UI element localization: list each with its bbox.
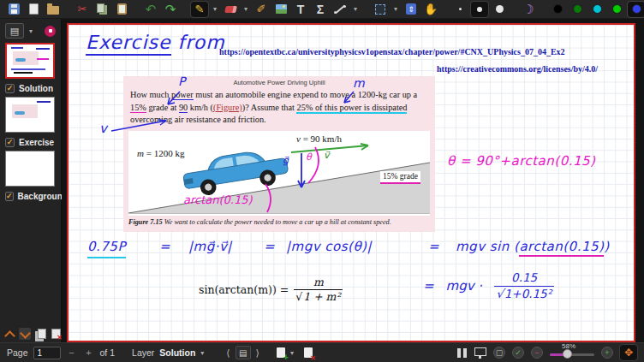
heading-word-exercise: Exercise [86, 32, 171, 56]
color-swatch [632, 4, 641, 14]
color-green-button[interactable] [608, 2, 625, 17]
color-cyan-button[interactable] [588, 2, 605, 17]
add-page-dropdown[interactable]: ▾ [290, 349, 299, 357]
paired-pages-button[interactable] [457, 348, 468, 358]
thumb-stroke [14, 72, 33, 74]
vertical-space-tool-button[interactable]: ⇕ [402, 2, 420, 17]
pen-size-fine-button[interactable] [451, 2, 468, 17]
document-page[interactable]: Exercise from https://opentextbc.ca/univ… [67, 23, 635, 342]
solution-lhs: 0.75P [87, 239, 126, 254]
chevron-down-icon: ▾ [394, 5, 397, 13]
layers-icon: ▤ [239, 348, 247, 358]
layer-delete-icon[interactable] [51, 329, 61, 339]
license-url-link[interactable]: https://creativecommons.org/licenses/by/… [437, 64, 598, 74]
shape-recognizer-button[interactable]: ☽ [520, 2, 537, 17]
color-blue-button[interactable] [628, 2, 644, 17]
pen-tool-button[interactable]: ✎ [191, 2, 208, 17]
color-swatch [612, 4, 622, 14]
grade-label: 15% grade [380, 171, 420, 184]
shape-line-tool-button[interactable] [331, 2, 349, 17]
shape-options-dropdown[interactable]: ▾ [351, 2, 360, 17]
moon-icon: ☽ [522, 3, 534, 15]
layer-duplicate-icon[interactable] [38, 329, 46, 339]
eraser-options-dropdown[interactable]: ▾ [242, 2, 250, 17]
page-increment-button[interactable]: + [83, 347, 95, 358]
problem-title: Automotive Power Driving Uphill [123, 79, 435, 86]
save-button[interactable] [5, 2, 22, 17]
layer-thumbnail-background[interactable] [5, 151, 55, 187]
layer-thumbnail-exercise[interactable] [5, 97, 55, 133]
add-page-button[interactable] [277, 347, 285, 358]
layer-checkbox-background[interactable]: ✓ [5, 192, 14, 201]
cut-button[interactable]: ✂ [74, 2, 91, 17]
zoom-slider-thumb[interactable] [563, 349, 572, 359]
select-rectangle-button[interactable] [372, 2, 389, 17]
equals-sign: = [423, 278, 434, 294]
layer-move-down-button[interactable] [19, 328, 31, 340]
color-darkgreen-button[interactable] [569, 2, 586, 17]
solution-line2: = mgv · 0.15 √1+0.15² [423, 271, 554, 300]
canvas-area: Exercise from https://opentextbc.ca/univ… [62, 19, 644, 342]
solution-line2-prefix: mgv · [446, 278, 483, 294]
fullscreen-icon: ✥ [624, 347, 633, 359]
zoom-slider[interactable]: 58% [550, 345, 594, 360]
zoom-original-button[interactable]: ✓ [512, 347, 524, 359]
undo-button[interactable]: ↶ [142, 2, 159, 17]
pen-options-dropdown[interactable]: ▾ [211, 2, 219, 17]
layer-thumbnail-solution[interactable] [5, 43, 55, 79]
layers-panel-button[interactable]: ▤ [236, 346, 251, 359]
copy-button[interactable] [93, 2, 110, 17]
layer-select[interactable]: Solution [159, 347, 195, 358]
figure-link[interactable]: (Figure) [213, 103, 242, 112]
layer-select-dropdown[interactable]: ▾ [200, 349, 209, 357]
layer-move-up-button[interactable] [3, 328, 15, 340]
math-tex-button[interactable]: Σ [312, 2, 329, 17]
handwritten-heading: Exercise from [86, 32, 225, 53]
fullscreen-button[interactable]: ✥ [620, 345, 637, 360]
page-decrement-button[interactable]: − [66, 347, 78, 358]
zoom-out-button[interactable]: − [531, 347, 543, 359]
main-toolbar: ✂ ↶ ↷ ✎ ▾ ▾ ✐ T Σ ▾ ▾ ⇕ ✋ ☽ [0, 0, 644, 19]
presentation-mode-button[interactable] [474, 347, 486, 356]
color-black-button[interactable] [549, 2, 566, 17]
new-document-button[interactable] [25, 2, 42, 17]
eraser-tool-button[interactable] [222, 2, 239, 17]
latex-formula: sin(arctan(m)) = m √1 + m² [199, 276, 343, 304]
arctan-paren-stroke [262, 182, 274, 215]
highlighter-tool-button[interactable]: ✐ [253, 2, 270, 17]
pen-size-medium-button[interactable] [471, 2, 488, 17]
insert-image-button[interactable] [272, 2, 289, 17]
source-url-link[interactable]: https://opentextbc.ca/universityphysicsv… [219, 47, 565, 56]
annotation-m: m [353, 76, 365, 90]
sidebar-close-button[interactable] [45, 26, 56, 37]
text-tool-button[interactable]: T [292, 2, 309, 17]
layer-checkbox-solution[interactable]: ✓ [5, 84, 15, 93]
open-button[interactable] [45, 2, 62, 17]
sigma-icon: Σ [317, 3, 324, 15]
theta-label: θ [306, 151, 312, 163]
layer-label: Solution [19, 84, 53, 93]
layer-checkbox-exercise[interactable]: ✓ [5, 138, 15, 147]
pen-icon: ✎ [195, 3, 205, 15]
hand-tool-button[interactable]: ✋ [422, 2, 439, 17]
preview-dropdown[interactable]: ▾ [29, 27, 33, 35]
paste-button[interactable] [113, 2, 130, 17]
delete-page-button[interactable] [304, 347, 313, 358]
select-options-dropdown[interactable]: ▾ [391, 2, 400, 17]
chevron-down-icon: ▾ [244, 5, 247, 13]
line-tool-icon [334, 3, 346, 15]
layer-row-solution: ✓ Solution [5, 81, 56, 95]
previous-layer-button[interactable]: ⟨ [226, 347, 230, 359]
page-number-input[interactable]: 1 [33, 347, 61, 359]
zoom-fit-button[interactable]: ▢ [493, 347, 505, 359]
pen-size-thick-button[interactable] [491, 2, 508, 17]
mass-label: m = 1200 kg [137, 148, 184, 158]
handwritten-fraction: 0.15 √1+0.15² [494, 271, 554, 300]
layer-row-background: ✓ Background [5, 189, 56, 203]
thick-dot-icon [496, 5, 504, 13]
preview-mode-button[interactable]: ▤ [5, 23, 24, 39]
zoom-in-button[interactable]: + [601, 347, 613, 359]
redo-button[interactable]: ↷ [162, 2, 179, 17]
next-layer-button[interactable]: ⟩ [256, 347, 259, 359]
layer-label: Background [18, 192, 68, 201]
